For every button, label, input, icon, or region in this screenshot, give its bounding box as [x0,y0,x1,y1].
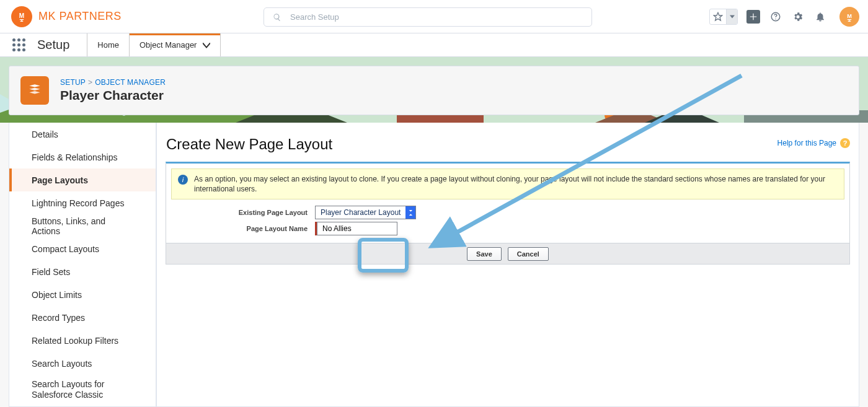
label-existing-layout: Existing Page Layout [171,209,308,216]
sidebar-item-search-layouts[interactable]: Search Layouts [9,352,156,375]
object-header: SETUP > OBJECT MANAGER Player Character [9,66,859,115]
user-avatar[interactable]: M [839,7,859,27]
layout-name-field [315,222,397,235]
sidebar-item-label: Field Sets [32,267,70,277]
sidebar-item-object-limits[interactable]: Object Limits [9,283,156,306]
object-icon [20,76,49,105]
tab-label: Object Manager [140,40,197,50]
search-input[interactable] [289,12,583,22]
svg-point-11 [775,19,776,20]
svg-text:M: M [847,12,852,19]
sidebar-item-lex-pages[interactable]: Lightning Record Pages [9,191,156,214]
layout-name-input[interactable] [317,222,397,235]
label-layout-name: Page Layout Name [171,225,308,232]
form-panel: i As an option, you may select an existi… [166,162,850,265]
svg-marker-9 [714,12,722,20]
sidebar-item-label: Details [32,129,58,139]
select-toggle[interactable] [405,206,415,219]
sidebar-item-label: Related Lookup Filters [32,336,118,346]
sidebar-item-label: Lightning Record Pages [32,198,124,208]
main-content: Create New Page Layout Help for this Pag… [156,123,859,407]
org-logo[interactable]: M MK PARTNERS [11,6,122,27]
sidebar-item-label: Page Layouts [32,175,88,185]
sidebar-item-compact-layouts[interactable]: Compact Layouts [9,237,156,260]
setup-gear-icon[interactable] [791,10,805,24]
help-icon: ? [840,138,850,148]
sidebar-item-field-sets[interactable]: Field Sets [9,260,156,283]
form: Existing Page Layout Player Character La… [171,206,844,235]
cancel-button[interactable]: Cancel [508,247,549,261]
sidebar-item-page-layouts[interactable]: Page Layouts [9,168,156,191]
save-button[interactable]: Save [467,247,502,261]
sidebar-item-buttons-links-actions[interactable]: Buttons, Links, and Actions [9,214,156,237]
favorite-star-icon[interactable] [710,9,726,25]
sidebar-item-label: Buttons, Links, and Actions [32,216,136,236]
favorites-dropdown[interactable] [726,9,737,25]
global-header: M MK PARTNERS M [0,0,868,33]
sidebar-item-fields[interactable]: Fields & Relationships [9,146,156,168]
object-title: Player Character [60,88,166,103]
search-box[interactable] [264,7,592,27]
tab-object-manager[interactable]: Object Manager [130,33,221,56]
crumb-setup[interactable]: SETUP [60,78,86,87]
org-name: MK PARTNERS [38,10,122,23]
tab-label: Home [97,40,119,50]
svg-text:M: M [19,12,24,19]
sidebar-item-label: Object Limits [32,290,82,300]
help-link-text[interactable]: Help for this Page [777,139,836,147]
global-search [264,7,592,27]
app-launcher[interactable] [0,33,37,56]
context-bar: Setup Home Object Manager [0,33,868,57]
app-title: Setup [37,33,87,56]
crumb-separator: > [88,78,92,87]
required-indicator [315,222,317,235]
tab-home[interactable]: Home [87,33,130,56]
sidebar-item-label: Fields & Relationships [32,152,118,162]
existing-layout-field[interactable]: Player Character Layout [315,206,416,219]
help-icon[interactable] [769,10,782,24]
existing-layout-select[interactable]: Player Character Layout [315,206,416,219]
object-sidebar: Details Fields & Relationships Page Layo… [9,123,156,407]
sidebar-item-record-types[interactable]: Record Types [9,306,156,329]
info-icon: i [178,175,188,185]
sidebar-item-label: Compact Layouts [32,244,99,254]
header-actions: M [709,7,859,27]
breadcrumb: SETUP > OBJECT MANAGER [60,78,166,87]
page-title: Create New Page Layout [166,136,859,153]
sidebar-item-label: Search Layouts [32,359,92,369]
sidebar-item-label: Record Types [32,313,85,323]
search-icon [273,13,281,22]
org-logo-badge: M [11,6,32,27]
global-add-button[interactable] [746,10,760,24]
info-text: As an option, you may select an existing… [194,174,838,194]
help-link[interactable]: Help for this Page ? [777,138,850,148]
info-banner: i As an option, you may select an existi… [171,168,844,199]
sidebar-item-details[interactable]: Details [9,123,156,146]
form-footer: Save Cancel [166,243,849,264]
select-value: Player Character Layout [316,208,405,217]
crumb-object-manager[interactable]: OBJECT MANAGER [95,78,166,87]
favorites-control[interactable] [709,9,738,25]
chevron-down-icon [203,42,210,49]
waffle-icon [12,38,25,52]
sidebar-item-related-lookup-filters[interactable]: Related Lookup Filters [9,329,156,352]
sidebar-item-label: Search Layouts for Salesforce Classic [32,379,136,400]
sidebar-item-search-layouts-classic[interactable]: Search Layouts for Salesforce Classic [9,375,156,405]
notifications-bell-icon[interactable] [813,10,827,24]
